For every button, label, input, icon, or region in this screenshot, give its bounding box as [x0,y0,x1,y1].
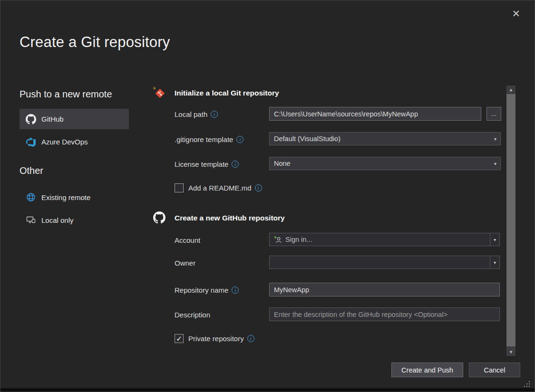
sidebar-item-label: Existing remote [41,193,90,201]
sidebar-item-local-only[interactable]: Local only [19,210,129,229]
computer-icon [26,215,36,225]
license-template-label: License template i [175,157,239,171]
push-remote-heading: Push to a new remote [19,89,112,100]
description-label: Description [175,307,210,322]
owner-label: Owner [175,256,195,270]
local-path-input[interactable] [269,107,481,121]
info-icon[interactable]: i [232,161,239,168]
sidebar-item-label: Azure DevOps [41,138,88,146]
scroll-up-icon[interactable]: ▲ [506,86,516,94]
chevron-down-icon: ▾ [490,233,499,246]
globe-icon [26,192,36,202]
sidebar-item-label: GitHub [41,115,64,123]
close-icon[interactable]: ✕ [509,8,523,19]
sidebar-item-github[interactable]: GitHub [19,109,129,129]
cancel-button[interactable]: Cancel [469,363,520,377]
owner-dropdown[interactable]: ▾ [269,256,500,269]
browse-button[interactable]: ... [486,107,501,121]
description-input[interactable] [269,307,500,321]
chevron-down-icon: ▾ [494,161,496,166]
license-template-dropdown[interactable]: None ▾ [269,157,501,170]
sidebar-item-existing-remote[interactable]: Existing remote [19,188,129,207]
github-icon [153,211,166,224]
account-dropdown[interactable]: Sign in... ▾ [269,233,500,246]
scroll-down-icon[interactable]: ▼ [506,348,516,356]
info-icon[interactable]: i [232,287,239,294]
github-section-title: Create a new GitHub repository [175,214,285,222]
info-icon[interactable]: i [211,111,218,118]
repository-name-label: Repository name i [175,283,239,297]
private-repo-label: Private repository i [188,335,254,343]
github-icon [26,114,36,124]
git-new-repo-icon: ✳ [153,86,166,99]
account-label: Account [175,233,200,247]
create-and-push-button[interactable]: Create and Push [391,363,463,377]
private-repo-checkbox[interactable]: ✓ [175,334,184,343]
init-section-title: Initialize a local Git repository [175,89,279,97]
info-icon[interactable]: i [255,184,262,191]
readme-label: Add a README.md i [188,184,262,192]
readme-checkbox[interactable] [175,183,184,192]
scrollbar-thumb[interactable] [506,94,516,346]
gitignore-template-label: .gitignore template i [175,132,243,146]
gitignore-template-dropdown[interactable]: Default (VisualStudio) ▾ [269,132,501,145]
sidebar-item-azure-devops[interactable]: Azure DevOps [19,132,129,152]
add-user-icon [274,236,282,244]
chevron-down-icon: ▾ [490,256,499,268]
azure-devops-icon [26,137,36,147]
repository-name-input[interactable] [269,283,500,296]
resize-grip[interactable] [523,380,531,388]
other-heading: Other [19,165,43,176]
chevron-down-icon: ▾ [494,136,496,142]
sidebar-item-label: Local only [41,216,74,224]
window-bottom-edge [0,388,535,392]
page-title: Create a Git repository [19,34,170,51]
svg-text:✳: ✳ [153,86,156,91]
local-path-label: Local path i [175,107,218,121]
scrollbar[interactable]: ▲ ▼ [506,86,516,356]
info-icon[interactable]: i [247,335,254,342]
info-icon[interactable]: i [236,136,243,143]
create-git-repo-dialog: ✕ Create a Git repository Push to a new … [0,0,535,392]
